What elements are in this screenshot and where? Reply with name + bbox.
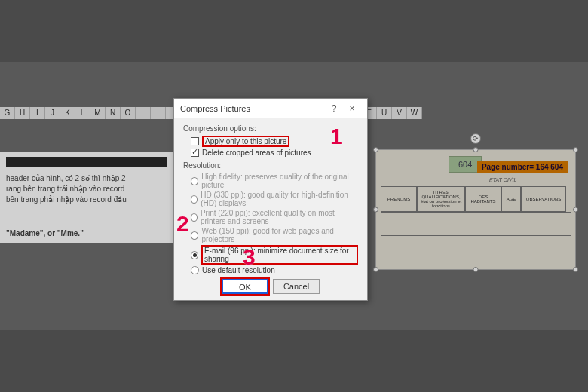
table-column-header: DES HABITANTS xyxy=(465,186,501,212)
apply-only-label: Apply only to this picture xyxy=(202,136,289,147)
option-label: Web (150 ppi): good for web pages and pr… xyxy=(201,227,358,243)
resize-handle[interactable] xyxy=(373,267,378,272)
resize-handle[interactable] xyxy=(573,147,578,152)
doc-line-3: bên trang phải nhập vào record đầu xyxy=(6,194,167,205)
ok-button[interactable]: OK xyxy=(222,279,268,294)
checkbox-icon[interactable] xyxy=(191,137,199,145)
column-header[interactable]: L xyxy=(75,107,90,119)
radio-icon[interactable] xyxy=(191,213,198,222)
column-header[interactable]: N xyxy=(106,107,121,119)
resize-handle[interactable] xyxy=(573,207,578,213)
doc-line-1: header của hình, có 2 số thì nhập 2 xyxy=(6,173,167,184)
resolution-print[interactable]: Print (220 ppi): excellent quality on mo… xyxy=(191,209,358,225)
resize-handle[interactable] xyxy=(373,147,378,152)
column-header[interactable]: U xyxy=(377,107,392,119)
resize-handle[interactable] xyxy=(373,207,378,213)
annotation-3: 3 xyxy=(243,244,256,270)
dialog-button-row: OK Cancel xyxy=(183,279,358,294)
help-button[interactable]: ? xyxy=(325,103,343,114)
resolution-hd[interactable]: HD (330 ppi): good quality for high-defi… xyxy=(191,191,358,207)
resize-handle[interactable] xyxy=(573,267,578,272)
radio-icon[interactable] xyxy=(191,231,198,240)
resolution-default[interactable]: Use default resolution xyxy=(191,266,358,274)
resolution-label: Resolution: xyxy=(183,161,358,170)
resolution-high-fidelity[interactable]: High fidelity: preserves quality of the … xyxy=(191,173,358,189)
table-column-header: PRENOMS xyxy=(381,186,417,212)
close-button[interactable]: × xyxy=(343,103,361,114)
dark-bar xyxy=(6,157,167,167)
delete-cropped-label: Delete cropped areas of pictures xyxy=(202,149,311,157)
table-column-header: AGE xyxy=(501,186,521,212)
resize-handle[interactable] xyxy=(473,267,479,272)
column-header[interactable]: V xyxy=(392,107,407,119)
column-header[interactable]: W xyxy=(407,107,422,119)
content-area: GHIJKLMNOSTUVW header của hình, có 2 số … xyxy=(0,62,588,330)
radio-icon[interactable] xyxy=(191,195,198,204)
dialog-title: Compress Pictures xyxy=(180,104,325,113)
resolution-web[interactable]: Web (150 ppi): good for web pages and pr… xyxy=(191,227,358,243)
selected-picture[interactable]: ⟳ 604 Page number= 164 604 ETAT CIVIL PR… xyxy=(375,149,576,270)
radio-icon[interactable] xyxy=(191,266,199,274)
table-header-row: PRENOMSTITRES, QUALIFICATIONS, état ou p… xyxy=(381,186,571,212)
table-column-header: OBSERVATIONS xyxy=(521,186,566,212)
rotate-handle-icon[interactable]: ⟳ xyxy=(470,133,481,144)
letterbox-top xyxy=(0,0,588,62)
column-header[interactable]: H xyxy=(15,107,30,119)
annotation-1: 1 xyxy=(330,124,343,149)
column-header[interactable] xyxy=(136,107,151,119)
option-label: High fidelity: preserves quality of the … xyxy=(201,173,358,189)
checkbox-icon[interactable] xyxy=(191,149,199,157)
doc-line-2: rang bên trang trái nhập vào record xyxy=(6,184,167,194)
dialog-titlebar[interactable]: Compress Pictures ? × xyxy=(174,99,367,118)
radio-icon[interactable] xyxy=(191,177,198,185)
column-header[interactable]: M xyxy=(90,107,106,119)
column-header[interactable] xyxy=(151,107,166,119)
annotation-2: 2 xyxy=(176,211,189,237)
column-header[interactable]: K xyxy=(60,107,75,119)
resize-handle[interactable] xyxy=(473,147,479,152)
column-header[interactable]: J xyxy=(45,107,60,119)
option-label: HD (330 ppi): good quality for high-defi… xyxy=(201,191,358,207)
option-label: Print (220 ppi): excellent quality on mo… xyxy=(201,209,358,225)
table-column-header: TITRES, QUALIFICATIONS, état ou professi… xyxy=(417,186,465,212)
table-title: ETAT CIVIL xyxy=(489,177,516,183)
column-header[interactable]: G xyxy=(0,107,15,119)
resolution-email[interactable]: E-mail (96 ppi): minimize document size … xyxy=(191,245,358,265)
doc-line-4: "Madame", or "Mme." xyxy=(6,225,167,239)
column-header[interactable]: O xyxy=(121,107,136,119)
document-panel: header của hình, có 2 số thì nhập 2 rang… xyxy=(0,152,173,243)
column-header[interactable]: I xyxy=(30,107,45,119)
option-label: E-mail (96 ppi): minimize document size … xyxy=(201,245,358,265)
delete-cropped-option[interactable]: Delete cropped areas of pictures xyxy=(191,149,358,157)
page-number-badge: Page number= 164 604 xyxy=(477,161,568,173)
option-label: Use default resolution xyxy=(202,266,275,274)
cancel-button[interactable]: Cancel xyxy=(273,279,320,294)
table-row xyxy=(381,212,571,236)
radio-icon[interactable] xyxy=(191,251,198,259)
letterbox-bottom xyxy=(0,330,588,392)
